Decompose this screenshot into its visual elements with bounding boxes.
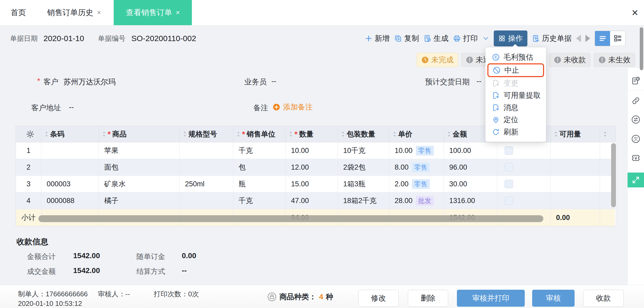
column-header-available[interactable]: 可用量	[551, 126, 600, 142]
print-button-label: 打印	[463, 33, 478, 43]
column-header-label: 包装数量	[347, 129, 375, 139]
menu-item-available-extract[interactable]: 可用量提取	[486, 89, 546, 102]
row-checkbox[interactable]	[505, 146, 513, 155]
required-star: *	[108, 130, 111, 139]
column-header-label: 商品	[112, 129, 127, 139]
price-type-tag[interactable]: 零售	[412, 179, 430, 189]
price-type-tag[interactable]: 批发	[416, 196, 434, 206]
action-button-label: 操作	[508, 33, 523, 43]
tab-home[interactable]: 首页	[0, 0, 37, 25]
print-button[interactable]: 打印	[453, 33, 478, 43]
printer-icon	[453, 34, 461, 42]
audit-print-button[interactable]: 审核并打印	[457, 290, 525, 307]
action-button[interactable]: 操作	[494, 30, 527, 46]
modify-button[interactable]: 修改	[358, 290, 399, 307]
column-header-qty[interactable]: *数量	[286, 126, 338, 142]
salesman-label: 业务员	[244, 77, 267, 87]
qty-cell: 47.00	[286, 192, 338, 209]
column-header-price[interactable]: 单价	[389, 126, 444, 142]
audit-button[interactable]: 审核	[532, 290, 575, 307]
row-number-cell: 2	[16, 159, 41, 176]
doc-arrow-icon	[492, 104, 500, 112]
column-header-pack_qty[interactable]: 包装数量	[338, 126, 389, 142]
column-header-unit[interactable]: *销售单位	[233, 126, 286, 142]
check-cell	[497, 176, 551, 192]
add-button[interactable]: 新增	[365, 33, 390, 43]
history-doc-button[interactable]: 历史单据	[532, 33, 572, 43]
pack-qty-cell: 18箱2千克	[338, 192, 389, 209]
sidebar-doc-clock-button[interactable]	[631, 76, 641, 86]
table-vertical-scrollbar[interactable]	[611, 143, 616, 207]
spec-cell	[180, 159, 233, 176]
menu-item-profit-estimate[interactable]: 毛毛利预估	[486, 51, 546, 63]
sidebar-owe-circle-button[interactable]: 欠	[631, 134, 641, 144]
customer-address-value: --	[69, 103, 74, 111]
copy-icon	[394, 34, 402, 42]
available-cell	[551, 159, 600, 176]
column-header-product[interactable]: *商品	[99, 126, 180, 142]
copy-button[interactable]: 复制	[394, 33, 419, 43]
menu-item-abort[interactable]: 中止	[487, 63, 544, 77]
settlement-label: 结算方式	[136, 267, 165, 276]
row-number-cell: 3	[16, 176, 41, 192]
doc-no-value: SO-20200110-002	[131, 34, 196, 43]
pin-icon	[492, 116, 500, 124]
card-view-icon	[613, 34, 622, 43]
tab-active-label: 查看销售订单	[126, 7, 172, 18]
column-header-stub[interactable]	[600, 126, 615, 142]
expand-button[interactable]	[628, 173, 644, 187]
amount-total-value: 1542.00	[73, 252, 100, 260]
expand-icon	[631, 175, 640, 184]
table-row: 1苹果千克10.0010千克10.00零售100.00	[16, 142, 616, 159]
qty-cell: 10.00	[286, 142, 338, 159]
tab-view-sales-order[interactable]: 查看销售订单 ×	[114, 0, 192, 25]
column-header-label: 数量	[299, 129, 314, 139]
tab-sales-order-history[interactable]: 销售订单历史 ×	[37, 0, 112, 25]
menu-item-message[interactable]: 消息	[486, 102, 546, 114]
add-remark-button[interactable]: 添加备注	[272, 102, 313, 112]
row-checkbox[interactable]	[505, 163, 513, 171]
card-view-toggle[interactable]	[610, 31, 625, 46]
column-header-spec[interactable]: 规格型号	[180, 126, 233, 142]
row-checkbox[interactable]	[505, 196, 513, 205]
deal-amount-value: 1542.00	[73, 266, 100, 275]
column-header-barcode[interactable]: 条码	[41, 126, 99, 142]
column-header-label: 可用量	[559, 129, 581, 139]
next-doc-icon[interactable]	[585, 35, 590, 42]
receive-payment-button[interactable]: 收款	[583, 290, 624, 307]
copy-button-label: 复制	[404, 33, 419, 43]
check-cell	[497, 142, 551, 159]
customer-value[interactable]: 苏州万达沃尔玛	[64, 77, 116, 87]
barcode-cell	[41, 142, 99, 159]
tab-close-icon[interactable]: ×	[97, 8, 101, 17]
column-settings-cell[interactable]	[16, 126, 41, 142]
exclamation-icon	[598, 56, 606, 64]
price-cell: 2.00零售	[389, 176, 444, 192]
menu-item-locate[interactable]: 定位	[486, 114, 546, 126]
prev-doc-icon[interactable]	[576, 35, 581, 42]
list-view-toggle[interactable]	[595, 31, 610, 46]
page-vertical-scrollbar[interactable]	[640, 27, 643, 70]
menu-item-change[interactable]: 变更	[486, 77, 546, 89]
delete-button[interactable]: 删除	[408, 290, 448, 307]
table-row: 2面包包12.002袋2包8.00零售96.00	[16, 159, 616, 176]
horizontal-scrollbar[interactable]	[38, 215, 543, 222]
menu-item-refresh[interactable]: 刷新	[486, 126, 546, 138]
sidebar-yen-voucher-button[interactable]: ¥	[631, 153, 641, 163]
close-page-icon[interactable]: ×	[632, 0, 638, 25]
generate-button[interactable]: 生成	[424, 33, 448, 43]
chevron-down-icon[interactable]	[482, 35, 489, 42]
tab-close-icon[interactable]: ×	[176, 8, 180, 17]
status-badge: 未完成	[417, 53, 458, 67]
row-checkbox[interactable]	[505, 180, 513, 188]
price-type-tag[interactable]: 零售	[412, 162, 430, 172]
sidebar-exchange-circle-button[interactable]	[631, 115, 641, 124]
gear-icon	[26, 130, 35, 139]
sidebar-link-button[interactable]	[631, 96, 641, 105]
list-view-icon	[598, 34, 607, 43]
menu-item-label: 刷新	[504, 127, 518, 137]
price-type-tag[interactable]: 零售	[416, 146, 434, 156]
sidebar-divider	[628, 90, 644, 90]
profit-circle-icon: 毛	[492, 53, 500, 61]
subtotal-available-cell: 0.00	[551, 209, 600, 226]
